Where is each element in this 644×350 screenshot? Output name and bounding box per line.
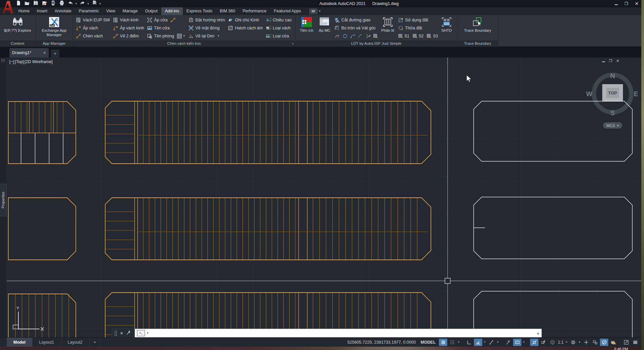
- layout-tab-model[interactable]: Model: [7, 338, 32, 347]
- status-gear-button[interactable]: [569, 339, 577, 346]
- annotation-scale-button[interactable]: 1:1: [557, 340, 564, 345]
- ribbon-button--p-mc[interactable]: (x)Áp MC: [316, 16, 333, 33]
- ribbon-button-v-m-t-ng[interactable]: Vẽ mặt đứng: [187, 24, 227, 32]
- ribbon-button--p-c-a[interactable]: Áp cửa: [146, 16, 187, 24]
- ribbon-button--t-h-ng-nh-n[interactable]: Đặt hướng nhìn: [187, 16, 227, 24]
- status-fullscreen-button[interactable]: [622, 339, 630, 346]
- ribbon-button-c-t-ng-giao[interactable]: Cắt đường giao: [333, 16, 378, 24]
- command-prompt-icon[interactable]: >_: [137, 330, 145, 336]
- autocad-logo-icon[interactable]: [1, 0, 13, 14]
- model-space-label[interactable]: MODEL: [421, 340, 436, 345]
- layout-tab-layout1[interactable]: Layout1: [32, 338, 61, 347]
- ribbon-tab-home[interactable]: Home: [15, 7, 33, 15]
- ribbon-button-arc2[interactable]: [358, 33, 363, 39]
- new-drawing-tab-button[interactable]: +: [51, 49, 59, 57]
- command-input-field[interactable]: >_ ▼ ▲: [135, 329, 542, 337]
- status-ortho-button[interactable]: [465, 339, 473, 346]
- status-isodraft-button[interactable]: [487, 339, 495, 346]
- viewcube-north[interactable]: N: [610, 72, 615, 79]
- ribbon-panel-title[interactable]: LDT by AutoLISP Just Simple: [296, 40, 457, 47]
- new-file-button[interactable]: [15, 0, 22, 7]
- ribbon-tab-annotate[interactable]: Annotate: [51, 7, 75, 15]
- ribbon-button-exchange-app-manager[interactable]: Exchange App Manager: [37, 16, 71, 37]
- status-dropdown-icon[interactable]: ▼: [483, 341, 486, 344]
- file-tab-drawing1[interactable]: Drawing1* ✕: [9, 48, 49, 57]
- viewport-menu-button[interactable]: [−]: [9, 59, 14, 64]
- viewcube-east[interactable]: E: [634, 90, 638, 98]
- status-osnap3d-button[interactable]: [548, 339, 556, 346]
- ribbon-button-extra[interactable]: ▼: [177, 33, 185, 39]
- minimize-button[interactable]: [615, 2, 618, 6]
- parcel-block-M2[interactable]: [105, 198, 431, 260]
- ribbon-panel-title[interactable]: Trace Boundary: [457, 40, 498, 47]
- ribbon-button-lo-i-v-ch[interactable]: Loại vách: [265, 24, 294, 32]
- parcel-block-L2[interactable]: [8, 198, 76, 260]
- layout-tab-layout2[interactable]: Layout2: [61, 338, 90, 347]
- status-dyninput-button[interactable]: [513, 339, 521, 346]
- ribbon-tab-view[interactable]: View: [103, 7, 119, 15]
- ribbon-button--p-v-ch-k-nh[interactable]: Áp vách kính: [112, 24, 146, 32]
- ribbon-button-ghi-ch-k-nh[interactable]: Ghi chú Kính: [227, 16, 265, 24]
- status-grid-button[interactable]: [439, 339, 447, 346]
- ribbon-panel-title[interactable]: Chèn vách kiến trúc: [73, 40, 295, 47]
- ribbon-button-ti-n-ch[interactable]: Tiện ích: [297, 16, 316, 33]
- ribbon-button-node-star[interactable]: [365, 33, 371, 39]
- ribbon-tab-performance[interactable]: Performance: [239, 7, 270, 15]
- status-plus-button[interactable]: [582, 339, 590, 346]
- visual-style-button[interactable]: [2D Wireframe]: [24, 59, 52, 64]
- mobile-upload-button[interactable]: [49, 0, 57, 7]
- ribbon-button-v-l-i-dim[interactable]: Vẽ lại Dim▼: [187, 32, 227, 40]
- new-layout-button[interactable]: +: [90, 338, 101, 347]
- open-folder-button[interactable]: [23, 0, 31, 7]
- status-dropdown-icon[interactable]: ▼: [578, 341, 581, 344]
- status-hwaccel-button[interactable]: [600, 339, 608, 346]
- save-button[interactable]: [32, 0, 39, 7]
- ribbon-button-circle[interactable]: [342, 33, 348, 39]
- ribbon-button-arc[interactable]: [350, 33, 355, 39]
- command-wrench-icon[interactable]: [126, 330, 131, 337]
- ribbon-button-s1[interactable]: S1: [398, 33, 410, 39]
- status-otrack-button[interactable]: [504, 339, 512, 346]
- ribbon-button-th-a-t[interactable]: Thửa đất: [397, 24, 438, 32]
- command-history-up-icon[interactable]: ▲: [536, 332, 539, 335]
- ribbon-button-shtd[interactable]: SHTD: [438, 16, 455, 33]
- status-menu-button[interactable]: [631, 339, 639, 346]
- ribbon-button-pencil-curve[interactable]: [335, 33, 340, 39]
- ribbon-button-v-2-i-m[interactable]: Vẽ 2 điểm: [112, 32, 146, 40]
- undo-button[interactable]: [67, 0, 74, 7]
- parcel-block-L1[interactable]: [8, 102, 76, 164]
- ribbon-button-s2[interactable]: S2: [413, 33, 424, 39]
- ribbon-button-ch-n-v-ch[interactable]: Chèn vách: [75, 32, 112, 40]
- redo-dropdown-icon[interactable]: ▼: [87, 2, 90, 5]
- ribbon-button-ph-n-l-[interactable]: Phân lô: [378, 16, 397, 33]
- ribbon-button-chi-u-cao[interactable]: AChiều cao: [265, 16, 294, 24]
- ribbon-button-t-n-ph-ng[interactable]: Tên phòng▼: [146, 32, 187, 40]
- viewcube-west[interactable]: W: [586, 90, 593, 98]
- ribbon-tab-output[interactable]: Output: [141, 7, 161, 15]
- ribbon-tab-add-ins[interactable]: Add-ins: [161, 7, 183, 15]
- ribbon-button-v-ch-eup-sw[interactable]: Vách EUP SW: [75, 16, 112, 24]
- ribbon-button-table-pencil[interactable]: [373, 33, 378, 39]
- parcel-block-M1[interactable]: [105, 101, 431, 164]
- ribbon-display-toggle[interactable]: ▼: [309, 9, 321, 14]
- ribbon-button-hatch-c-ch-m[interactable]: Hatch cách âm: [227, 24, 265, 32]
- ribbon-button-v-ch-k-nh[interactable]: Vách kính: [112, 16, 146, 24]
- ribbon-button-s3[interactable]: S3: [427, 33, 438, 39]
- ribbon-panel-title[interactable]: Content: [0, 40, 35, 47]
- ribbon-button-extra[interactable]: [170, 17, 176, 23]
- status-isolate-button[interactable]: [591, 339, 599, 346]
- drawing-canvas[interactable]: Properties NSWETOPWCSY [−] [Top] [2D Wir…: [0, 57, 641, 337]
- status-dropdown-icon[interactable]: ▼: [565, 341, 568, 344]
- ribbon-tab-manage[interactable]: Manage: [119, 7, 141, 15]
- parcel-block-R2[interactable]: [474, 197, 632, 259]
- doc-close-button[interactable]: ✕: [616, 59, 619, 63]
- status-polar-button[interactable]: [474, 339, 482, 346]
- print-button[interactable]: [58, 0, 65, 7]
- ribbon-button--if-explore[interactable]: $(IF,??) Explore: [2, 16, 33, 33]
- ribbon-tab-insert[interactable]: Insert: [33, 7, 51, 15]
- file-tab-close-icon[interactable]: ✕: [43, 51, 46, 55]
- panel-grip-icon[interactable]: [1, 59, 5, 62]
- restore-button[interactable]: ❐: [625, 2, 628, 6]
- model-space-drawing[interactable]: NSWETOPWCSY: [7, 57, 641, 337]
- viewcube-south[interactable]: S: [610, 109, 615, 117]
